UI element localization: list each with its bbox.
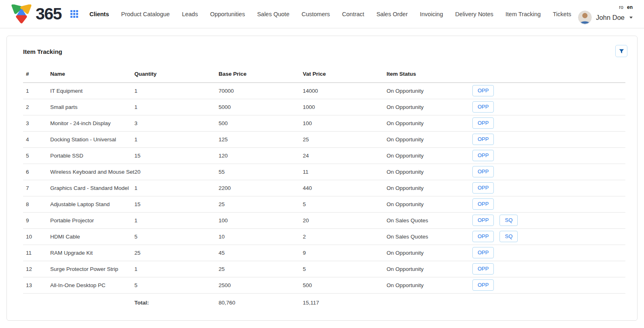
item-base-price: 45	[219, 245, 303, 261]
item-name: Docking Station - Universal	[50, 131, 134, 147]
item-tracking-table: #NameQuantityBase PriceVat PriceItem Sta…	[23, 68, 625, 312]
item-name: All-In-One Desktop PC	[50, 277, 134, 293]
item-base-price: 500	[219, 115, 303, 131]
column-header-vat-price: Vat Price	[303, 68, 387, 83]
item-quantity: 15	[134, 147, 219, 164]
opp-button[interactable]: OPP	[472, 263, 494, 275]
item-name: IT Equipment	[50, 83, 134, 99]
table-row: 5Portable SSD1512024On OpportunityOPP	[23, 147, 625, 164]
nav-item-sales-order[interactable]: Sales Order	[376, 11, 408, 17]
item-vat-price: 14000	[303, 83, 387, 99]
nav-item-product-catalogue[interactable]: Product Catalogue	[121, 11, 170, 17]
item-vat-price: 25	[303, 131, 387, 147]
table-row: 13All-In-One Desktop PC52500500On Opport…	[23, 277, 625, 293]
item-name: Wireless Keyboard and Mouse Set	[50, 164, 134, 180]
item-vat-price: 2	[303, 228, 387, 245]
filter-button[interactable]	[615, 45, 627, 57]
item-status: On Opportunity	[387, 147, 472, 164]
nav-item-opportunities[interactable]: Opportunities	[210, 11, 245, 17]
sq-button[interactable]: SQ	[499, 231, 518, 242]
opp-button[interactable]: OPP	[472, 101, 494, 113]
column-header-item-status: Item Status	[387, 68, 472, 83]
item-base-price: 100	[219, 212, 303, 228]
opp-button[interactable]: OPP	[472, 215, 494, 226]
table-row: 3Monitor - 24-inch Display3500100On Oppo…	[23, 115, 625, 131]
item-status: On Opportunity	[387, 99, 472, 115]
item-name: Graphics Card - Standard Model	[50, 180, 134, 196]
apps-grid-icon[interactable]	[69, 9, 80, 19]
item-base-price: 70000	[219, 83, 303, 99]
nav-item-leads[interactable]: Leads	[182, 11, 198, 17]
main-content: Item Tracking #NameQuantityBase PriceVat…	[0, 28, 644, 328]
item-base-price: 120	[219, 147, 303, 164]
opp-button[interactable]: OPP	[472, 182, 494, 194]
item-name: Small parts	[50, 99, 134, 115]
table-row: 1IT Equipment17000014000On OpportunityOP…	[23, 83, 625, 99]
item-tracking-card: Item Tracking #NameQuantityBase PriceVat…	[6, 36, 638, 321]
item-status: On Opportunity	[387, 261, 472, 277]
row-number: 3	[23, 115, 50, 131]
item-status: On Opportunity	[387, 180, 472, 196]
item-vat-price: 100	[303, 115, 387, 131]
table-row: 11RAM Upgrade Kit25459On OpportunityOPP	[23, 245, 625, 261]
main-nav: ClientsProduct CatalogueLeadsOpportuniti…	[89, 11, 571, 17]
row-actions: OPP	[472, 261, 625, 277]
user-menu[interactable]: John Doe	[578, 11, 633, 24]
item-base-price: 55	[219, 164, 303, 180]
table-row: 7Graphics Card - Standard Model12200440O…	[23, 180, 625, 196]
item-quantity: 25	[134, 245, 219, 261]
sq-button[interactable]: SQ	[499, 215, 518, 226]
item-quantity: 1	[134, 131, 219, 147]
opp-button[interactable]: OPP	[472, 247, 494, 258]
row-number: 2	[23, 99, 50, 115]
row-actions: OPP	[472, 83, 625, 99]
item-status: On Sales Quotes	[387, 228, 472, 245]
nav-item-tickets[interactable]: Tickets	[553, 11, 571, 17]
item-base-price: 25	[219, 261, 303, 277]
item-vat-price: 20	[303, 212, 387, 228]
opp-button[interactable]: OPP	[472, 166, 494, 177]
opp-button[interactable]: OPP	[472, 279, 494, 291]
nav-item-delivery-notes[interactable]: Delivery Notes	[455, 11, 493, 17]
table-row: 8Adjustable Laptop Stand15255On Opportun…	[23, 196, 625, 212]
item-name: Adjustable Laptop Stand	[50, 196, 134, 212]
opp-button[interactable]: OPP	[472, 150, 494, 161]
row-number: 1	[23, 83, 50, 99]
item-quantity: 15	[134, 196, 219, 212]
item-name: Portable Projector	[50, 212, 134, 228]
item-quantity: 1	[134, 212, 219, 228]
item-status: On Sales Quotes	[387, 212, 472, 228]
opp-button[interactable]: OPP	[472, 198, 494, 210]
funnel-icon	[618, 48, 625, 54]
row-number: 12	[23, 261, 50, 277]
header-right: roen John Doe	[578, 4, 633, 24]
table-row: 4Docking Station - Universal112525On Opp…	[23, 131, 625, 147]
item-base-price: 5000	[219, 99, 303, 115]
row-number: 5	[23, 147, 50, 164]
item-status: On Opportunity	[387, 131, 472, 147]
language-link-ro[interactable]: ro	[619, 4, 623, 10]
nav-item-item-tracking[interactable]: Item Tracking	[506, 11, 541, 17]
item-quantity: 5	[134, 228, 219, 245]
logo-text: 365	[36, 6, 62, 22]
item-vat-price: 1000	[303, 99, 387, 115]
row-actions: OPP	[472, 115, 625, 131]
opp-button[interactable]: OPP	[472, 134, 494, 145]
table-row: 6Wireless Keyboard and Mouse Set205511On…	[23, 164, 625, 180]
row-actions: OPP	[472, 180, 625, 196]
nav-item-sales-quote[interactable]: Sales Quote	[257, 11, 289, 17]
opp-button[interactable]: OPP	[472, 117, 494, 129]
opp-button[interactable]: OPP	[472, 85, 494, 96]
nav-item-invoicing[interactable]: Invoicing	[420, 11, 443, 17]
table-row: 12Surge Protector Power Strip1255On Oppo…	[23, 261, 625, 277]
language-link-en[interactable]: en	[627, 4, 633, 10]
opp-button[interactable]: OPP	[472, 231, 494, 242]
nav-item-clients[interactable]: Clients	[89, 11, 109, 17]
total-base-price: 80,760	[219, 293, 303, 312]
item-quantity: 20	[134, 164, 219, 180]
nav-item-customers[interactable]: Customers	[302, 11, 330, 17]
row-actions: OPP	[472, 196, 625, 212]
item-quantity: 5	[134, 277, 219, 293]
nav-item-contract[interactable]: Contract	[342, 11, 364, 17]
user-name: John Doe	[596, 14, 625, 21]
